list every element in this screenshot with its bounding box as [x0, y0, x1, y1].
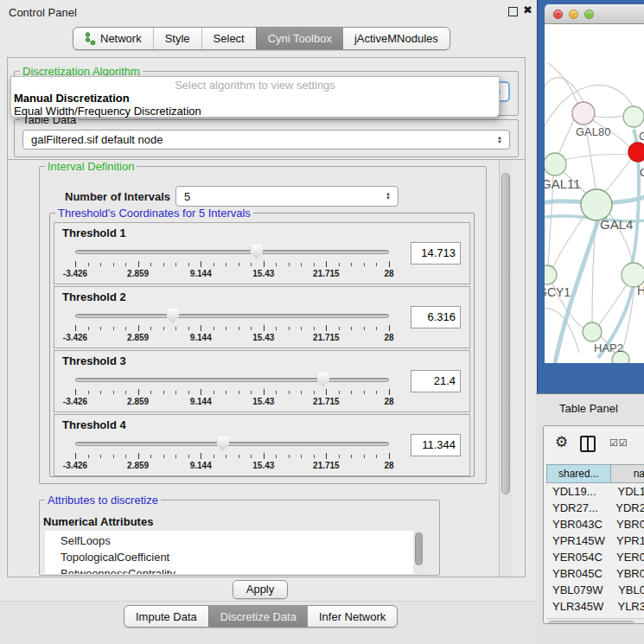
table-cell[interactable]: YIL053C	[546, 615, 613, 617]
table-cell[interactable]: YIL0	[613, 615, 642, 617]
threshold-slider[interactable]	[75, 372, 389, 389]
table-cell[interactable]: YDL19...	[546, 483, 611, 500]
slider-thumb[interactable]	[166, 309, 179, 323]
table-cell[interactable]: YDR27...	[546, 500, 609, 516]
slider-track[interactable]	[75, 250, 389, 254]
list-vertical-scrollbar[interactable]	[413, 531, 425, 574]
table-cell[interactable]: YBL079W	[546, 582, 612, 598]
table-row[interactable]: YDR27...YDR2	[546, 500, 644, 516]
threshold-slider[interactable]	[75, 436, 389, 453]
tab-cyni-toolbox[interactable]: Cyni Toolbox	[256, 28, 343, 49]
node-selected-red[interactable]	[628, 143, 644, 162]
columns-icon[interactable]	[580, 436, 596, 452]
table-data-combobox[interactable]: galFiltered.sif default node ▲▼	[22, 130, 510, 150]
table-cell[interactable]: YDL1	[611, 483, 644, 500]
gear-icon[interactable]: ⚙	[555, 433, 568, 450]
numerical-attributes-list[interactable]: SelfLoopsTopologicalCoefficientBetweenne…	[45, 531, 425, 574]
column-header-shared[interactable]: shared...	[546, 464, 611, 483]
table-row[interactable]: YLR345WYLR3	[546, 598, 644, 615]
tick-label: 21.715	[313, 461, 340, 470]
network-view-canvas[interactable]: GAL80 GA GAL11 GAL4 GCY1 H HAP2 C	[545, 24, 644, 363]
tick-label: 2.859	[127, 269, 149, 278]
threshold-value-field[interactable]: 11.344	[411, 434, 461, 456]
slider-thumb[interactable]	[316, 373, 329, 387]
table-cell[interactable]: YBR045C	[546, 565, 610, 582]
slider-thumb[interactable]	[216, 437, 229, 451]
svg-text:H: H	[637, 284, 644, 297]
scrollbar-thumb[interactable]	[548, 621, 634, 624]
zoom-traffic-light-icon[interactable]	[584, 10, 594, 19]
slider-track[interactable]	[75, 314, 389, 318]
tab-impute-data[interactable]: Impute Data	[124, 606, 208, 628]
table-row[interactable]: YBR043CYBR0	[546, 516, 644, 532]
table-row[interactable]: YBR045CYBR0	[546, 565, 644, 582]
tick-label: 9.144	[190, 333, 212, 342]
table-horizontal-scrollbar[interactable]	[546, 618, 644, 624]
tab-infer-network[interactable]: Infer Network	[308, 606, 397, 628]
network-window-titlebar[interactable]	[545, 4, 644, 24]
popup-option[interactable]: Equal Width/Frequency Discretization	[14, 105, 496, 118]
slider-track[interactable]	[75, 442, 389, 446]
close-traffic-light-icon[interactable]	[553, 10, 563, 19]
tab-network[interactable]: Network	[73, 28, 153, 49]
tab-discretize-data[interactable]: Discretize Data	[208, 606, 308, 628]
table-cell[interactable]: YPR145W	[546, 532, 610, 549]
table-row[interactable]: YBL079WYBL0	[546, 582, 644, 598]
group-title: Threshold's Coordinates for 5 Intervals	[55, 207, 253, 220]
scrollbar-thumb[interactable]	[415, 532, 423, 565]
list-item[interactable]: SelfLoops	[45, 532, 413, 549]
number-of-intervals-value: 5	[184, 190, 190, 203]
tab-label: Network	[100, 32, 142, 45]
popup-options: Manual DiscretizationEqual Width/Frequen…	[14, 92, 496, 118]
threshold-1-panel: Threshold 1 -3.4262.8599.14415.4321.7152…	[54, 222, 470, 284]
table-row[interactable]: YIL053CYIL0	[546, 615, 644, 617]
node-partial-right[interactable]	[623, 106, 644, 127]
threshold-value-field[interactable]: 21.4	[411, 370, 461, 392]
scrollbar-thumb[interactable]	[501, 173, 510, 494]
threshold-value-field[interactable]: 6.316	[411, 306, 461, 328]
threshold-slider[interactable]	[75, 308, 389, 325]
list-item[interactable]: TopologicalCoefficient	[45, 549, 413, 565]
table-cell[interactable]: YLR345W	[546, 598, 611, 615]
table-cell[interactable]: YBR0	[610, 516, 644, 532]
tick-label: -3.426	[63, 333, 87, 342]
table-cell[interactable]: YDR2	[609, 500, 644, 516]
popup-option[interactable]: Manual Discretization	[14, 92, 496, 105]
node-gcy1[interactable]	[545, 265, 557, 284]
column-header-name[interactable]: na	[611, 464, 644, 483]
table-cell[interactable]: YER0	[610, 549, 644, 565]
algorithm-dropdown-popup: Select algorithm to view settings Manual…	[10, 76, 500, 118]
checkbox-filter-icons[interactable]: ☑☑	[609, 437, 628, 449]
table-row[interactable]: YER054CYER0	[546, 549, 644, 565]
table-cell[interactable]: YBR0	[610, 565, 644, 582]
slider-ticks	[75, 325, 389, 332]
float-window-icon[interactable]	[508, 7, 518, 16]
threshold-slider[interactable]	[75, 244, 389, 261]
table-cell[interactable]: YPR1	[610, 532, 644, 549]
node-gal80[interactable]	[572, 102, 595, 124]
tab-jactivemnodules[interactable]: jActiveMNodules	[343, 28, 450, 49]
slider-ticks	[75, 453, 389, 460]
settings-vertical-scrollbar[interactable]	[499, 160, 512, 577]
node-gal11[interactable]	[545, 153, 566, 175]
close-icon[interactable]: ✖	[523, 3, 532, 16]
threshold-value-field[interactable]: 14.713	[411, 242, 461, 265]
apply-button[interactable]: Apply	[233, 580, 288, 599]
list-item[interactable]: BetweennessCentrality	[45, 565, 413, 574]
tab-select[interactable]: Select	[201, 28, 256, 49]
node-gal4[interactable]	[581, 189, 612, 220]
table-cell[interactable]: YBR043C	[546, 516, 610, 532]
tick-label: 28	[384, 397, 393, 406]
table-cell[interactable]: YER054C	[546, 549, 610, 565]
table-cell[interactable]: YLR3	[611, 598, 644, 615]
node-hap2[interactable]	[583, 322, 602, 341]
tab-style[interactable]: Style	[153, 28, 201, 49]
number-of-intervals-label: Number of Intervals	[65, 190, 170, 203]
minimize-traffic-light-icon[interactable]	[569, 10, 578, 19]
table-row[interactable]: YPR145WYPR1	[546, 532, 644, 549]
table-cell[interactable]: YBL0	[612, 582, 644, 598]
number-of-intervals-combobox[interactable]: 5 ▲▼	[175, 186, 399, 207]
slider-track[interactable]	[75, 378, 389, 382]
table-row[interactable]: YDL19...YDL1	[546, 483, 644, 500]
slider-thumb[interactable]	[250, 245, 263, 259]
